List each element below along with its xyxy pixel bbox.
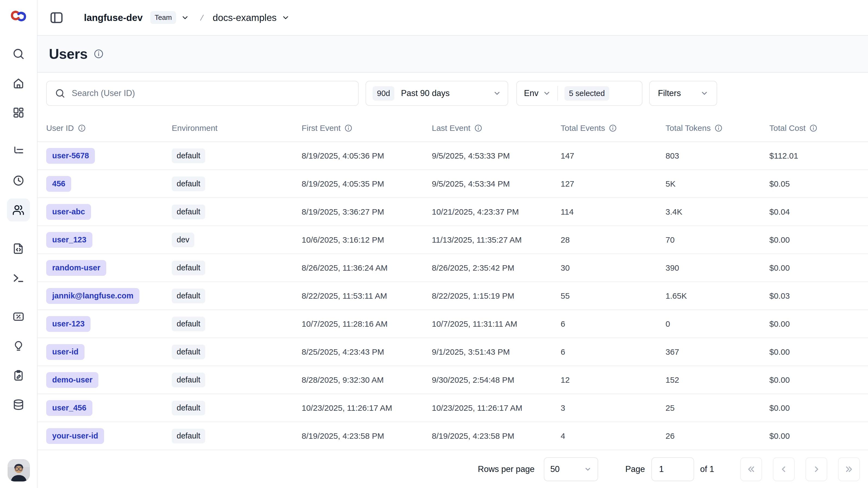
sidebar-item-scores[interactable] xyxy=(7,305,30,328)
column-header-user-id[interactable]: User ID xyxy=(46,123,172,133)
user-id-pill[interactable]: 456 xyxy=(46,176,71,192)
user-id-pill[interactable]: user_123 xyxy=(46,232,92,248)
table-row[interactable]: user_456 default 10/23/2025, 11:26:17 AM… xyxy=(37,394,868,422)
table-row[interactable]: random-user default 8/26/2025, 11:36:24 … xyxy=(37,254,868,282)
env-filter-button[interactable]: Env 5 selected xyxy=(516,81,643,106)
environment-badge: default xyxy=(172,429,205,443)
langfuse-logo[interactable] xyxy=(10,9,26,23)
environment-badge: default xyxy=(172,317,205,331)
user-id-pill[interactable]: jannik@langfuse.com xyxy=(46,288,140,304)
sidebar-item-tracing[interactable] xyxy=(7,140,30,163)
page-title: Users xyxy=(49,46,88,62)
total-cost-cell: $0.00 xyxy=(769,431,868,441)
sidebar-item-dashboards[interactable] xyxy=(7,101,30,124)
total-cost-cell: $112.01 xyxy=(769,151,868,161)
table-row[interactable]: demo-user default 8/28/2025, 9:32:30 AM … xyxy=(37,366,868,394)
search-input[interactable] xyxy=(65,81,358,105)
rows-per-page-select[interactable]: 50 xyxy=(544,457,598,481)
title-info-icon[interactable] xyxy=(93,49,104,59)
table-row[interactable]: user-123 default 10/7/2025, 11:28:16 AM … xyxy=(37,310,868,338)
sidebar-item-home[interactable] xyxy=(7,72,30,95)
user-id-pill[interactable]: user-5678 xyxy=(46,148,95,164)
sidebar-item-sessions[interactable] xyxy=(7,169,30,192)
column-header-environment[interactable]: Environment xyxy=(172,123,302,133)
environment-cell: dev xyxy=(172,233,302,247)
environment-badge: default xyxy=(172,205,205,219)
table-row[interactable]: user-id default 8/25/2025, 4:23:43 PM 9/… xyxy=(37,338,868,366)
total-cost-cell: $0.05 xyxy=(769,179,868,189)
info-icon xyxy=(474,124,483,132)
table-row[interactable]: 456 default 8/19/2025, 4:05:35 PM 9/5/20… xyxy=(37,170,868,198)
sidebar-item-insights[interactable] xyxy=(7,335,30,357)
table-header: User ID Environment First Event Last Eve… xyxy=(37,115,868,142)
page-number-input[interactable] xyxy=(651,457,694,481)
org-chevron-down-icon[interactable] xyxy=(181,13,189,22)
sidebar-item-search[interactable] xyxy=(7,42,30,65)
table-row[interactable]: jannik@langfuse.com default 8/22/2025, 1… xyxy=(37,282,868,310)
user-id-cell: your-user-id xyxy=(46,428,172,444)
sidebar-item-users[interactable] xyxy=(7,199,30,222)
environment-badge: default xyxy=(172,148,205,163)
first-event-cell: 8/19/2025, 3:36:27 PM xyxy=(302,207,432,217)
column-header-last-event[interactable]: Last Event xyxy=(432,123,561,133)
date-range-label: Past 90 days xyxy=(401,88,450,98)
project-chevron-down-icon[interactable] xyxy=(282,13,290,22)
last-page-button[interactable] xyxy=(838,457,860,481)
project-name[interactable]: docs-examples xyxy=(213,12,276,23)
column-header-total-events[interactable]: Total Events xyxy=(561,123,665,133)
org-name[interactable]: langfuse-dev xyxy=(84,12,143,23)
last-event-cell: 9/1/2025, 3:51:43 PM xyxy=(432,347,561,356)
last-event-cell: 9/5/2025, 4:53:34 PM xyxy=(432,179,561,189)
page-label: Page xyxy=(625,464,645,474)
table-row[interactable]: user-5678 default 8/19/2025, 4:05:36 PM … xyxy=(37,142,868,170)
user-id-pill[interactable]: user-id xyxy=(46,344,85,360)
environment-cell: default xyxy=(172,401,302,415)
total-tokens-cell: 1.65K xyxy=(665,291,769,300)
column-header-first-event[interactable]: First Event xyxy=(302,123,432,133)
panel-left-icon xyxy=(49,10,64,25)
users-icon xyxy=(12,204,25,216)
info-icon xyxy=(344,124,352,132)
dashboard-grid-icon xyxy=(12,106,25,119)
chevrons-left-icon xyxy=(746,465,756,474)
sidebar-item-playground[interactable] xyxy=(7,266,30,289)
column-header-total-tokens[interactable]: Total Tokens xyxy=(665,123,769,133)
sidebar-item-prompts[interactable] xyxy=(7,237,30,260)
table-row[interactable]: your-user-id default 8/19/2025, 4:23:58 … xyxy=(37,422,868,450)
sidebar-toggle-button[interactable] xyxy=(49,10,64,26)
user-id-pill[interactable]: user-123 xyxy=(46,316,91,332)
user-id-pill[interactable]: user_456 xyxy=(46,400,92,416)
sidebar-item-annotation[interactable] xyxy=(7,364,30,387)
environment-badge: default xyxy=(172,345,205,359)
next-page-button[interactable] xyxy=(806,457,827,481)
first-page-button[interactable] xyxy=(740,457,762,481)
table-row[interactable]: user-abc default 8/19/2025, 3:36:27 PM 1… xyxy=(37,198,868,226)
user-id-pill[interactable]: demo-user xyxy=(46,372,98,388)
user-id-cell: demo-user xyxy=(46,372,172,388)
user-id-pill[interactable]: random-user xyxy=(46,260,106,276)
date-range-button[interactable]: 90d Past 90 days xyxy=(366,81,508,106)
environment-cell: default xyxy=(172,205,302,219)
langfuse-logo-icon xyxy=(10,9,26,23)
pagination-bar: Rows per page 50 Page of 1 xyxy=(37,450,868,488)
first-event-cell: 8/26/2025, 11:36:24 AM xyxy=(302,263,432,272)
user-id-pill[interactable]: your-user-id xyxy=(46,428,104,444)
user-avatar[interactable] xyxy=(8,459,30,482)
home-icon xyxy=(12,77,25,89)
table-row[interactable]: user_123 dev 10/6/2025, 3:16:12 PM 11/13… xyxy=(37,226,868,254)
filters-button[interactable]: Filters xyxy=(649,81,717,106)
first-event-cell: 8/25/2025, 4:23:43 PM xyxy=(302,347,432,356)
info-icon xyxy=(609,124,617,132)
last-event-cell: 10/23/2025, 11:26:17 AM xyxy=(432,403,561,413)
total-tokens-cell: 803 xyxy=(665,151,769,161)
environment-cell: default xyxy=(172,261,302,275)
sidebar-item-datasets[interactable] xyxy=(7,393,30,416)
user-id-pill[interactable]: user-abc xyxy=(46,204,91,220)
user-id-cell: user-abc xyxy=(46,204,172,220)
environment-badge: default xyxy=(172,289,205,303)
file-code-icon xyxy=(12,242,25,255)
total-tokens-cell: 152 xyxy=(665,375,769,385)
column-header-total-cost[interactable]: Total Cost xyxy=(769,123,868,133)
total-tokens-cell: 25 xyxy=(665,403,769,413)
previous-page-button[interactable] xyxy=(773,457,795,481)
